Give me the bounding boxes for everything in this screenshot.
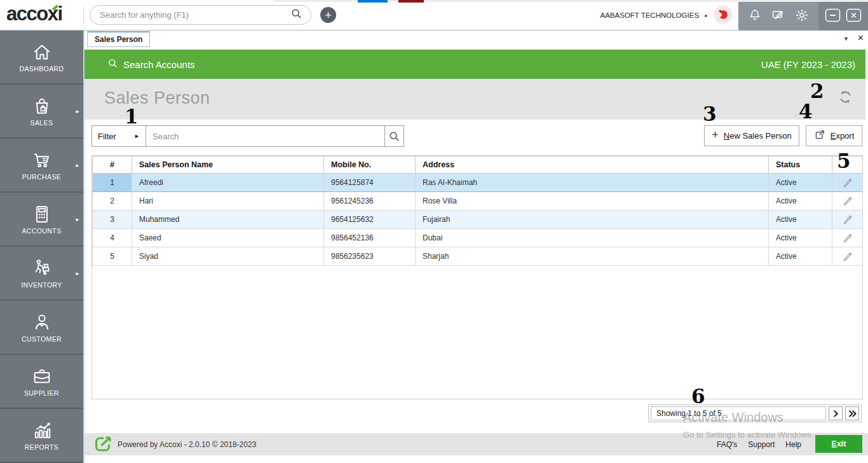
last-page-button[interactable] [845,406,859,420]
sidebar-item-label: DASHBOARD [19,65,64,73]
plus-icon: + [712,128,719,142]
toolbar: Filter ► + New Sales Person Export [85,120,868,155]
company-name: AABASOFT TECHNOLOGIES [600,11,700,19]
sidebar-item-label: ACCOUNTS [22,227,61,235]
window-minimize-button[interactable] [825,8,841,22]
column-header: Address [416,156,769,174]
accoxi-footer-logo-icon [95,436,112,455]
chevron-right-icon: ► [134,133,140,139]
sidebar-item-inventory[interactable]: INVENTORY ► [0,247,83,301]
table-row[interactable]: 1 Afreedi 9564125874 Ras Al-Khaimah Acti… [93,174,863,192]
sidebar-item-reports[interactable]: REPORTS [0,409,83,463]
footer-links: FAQ'sSupportHelp [717,440,801,449]
footer-link-support[interactable]: Support [748,440,775,449]
list-search-button[interactable] [385,125,404,147]
cell-status: Active [769,229,832,247]
exit-button[interactable]: Exit [815,435,862,453]
table-header-row: #Sales Person NameMobile No.AddressStatu… [93,156,863,174]
footer-bar: Powered by Accoxi - 2.0.10 © 2018-2023 F… [85,433,868,455]
reports-chart-icon [31,420,53,441]
export-label: Export [831,131,855,141]
divider [83,6,84,25]
window-controls [818,0,868,31]
app-window: accoxi + AABASOFT TECHNOLOGIES ► DASHBOA… [0,0,868,463]
sales-bag-icon [31,95,53,117]
top-edge-red-mark [398,0,424,3]
footer-link-help[interactable]: Help [785,440,801,449]
sidebar-item-label: INVENTORY [21,281,62,289]
tab-strip: Sales Person ▼ ✕ [85,31,868,49]
sidebar-item-customer[interactable]: CUSTOMER [0,301,83,355]
cell-address: Ras Al-Khaimah [416,174,769,192]
cell-sales-person-name: Siyad [132,247,324,266]
quick-add-button[interactable]: + [320,7,336,23]
sidebar-item-purchase[interactable]: PURCHASE ► [0,139,83,193]
filter-dropdown[interactable]: Filter ► [92,125,146,147]
next-page-button[interactable] [829,406,843,420]
window-close-button[interactable] [846,8,862,22]
search-accounts-label: Search Accounts [123,59,195,70]
cell-address: Dubai [416,229,769,247]
column-header: Mobile No. [324,156,416,174]
accoxi-logo: accoxi [6,3,62,25]
inventory-trolley-icon [31,258,53,279]
cell-status: Active [769,192,832,211]
table-row[interactable]: 3 Muhammed 9654125632 Fujairah Active [93,211,863,229]
cell-address: Rose Villa [416,192,769,211]
cell-sales-person-name: Muhammed [132,211,324,229]
column-header: Sales Person Name [132,156,324,174]
export-button[interactable]: Export [806,125,862,146]
search-accounts-bar[interactable]: Search Accounts UAE (FY 2023 - 2023) [85,50,865,79]
sales-person-grid: #Sales Person NameMobile No.AddressStatu… [92,155,863,399]
tab-sales-person[interactable]: Sales Person [87,31,150,47]
global-search-input[interactable] [98,10,290,20]
cell-address: Sharjah [416,247,769,266]
edit-pencil-icon[interactable] [843,177,853,188]
search-icon [107,58,118,71]
company-selector[interactable]: AABASOFT TECHNOLOGIES ► [600,0,733,31]
new-sales-person-button[interactable]: + New Sales Person [704,125,799,146]
pagination-summary: Showing 1 to 5 of 5 [651,406,826,420]
edit-pencil-icon[interactable] [843,196,853,206]
sidebar-item-accounts[interactable]: ACCOUNTS ► [0,193,83,247]
tab-list-caret-icon[interactable]: ▼ [843,36,849,42]
cell-mobile-no: 9654125632 [324,211,416,229]
cell-address: Fujairah [416,211,769,229]
tab-close-icon[interactable]: ✕ [857,33,864,43]
edit-pencil-icon[interactable] [843,251,853,261]
chevron-right-icon: ► [75,162,80,168]
edit-pencil-icon[interactable] [843,214,853,225]
sidebar-item-supplier[interactable]: SUPPLIER [0,355,83,409]
sidebar-item-dashboard[interactable]: DASHBOARD [0,31,83,85]
powered-by-label: Powered by Accoxi - 2.0.10 © 2018-2023 [118,440,256,449]
company-avatar[interactable] [714,5,733,25]
table-row[interactable]: 2 Hari 9561245236 Rose Villa Active [93,192,863,211]
list-search-input[interactable] [146,125,385,147]
cell-status: Active [769,174,832,192]
cell-serial: 4 [93,229,132,247]
chevron-right-icon: ► [704,13,709,18]
notification-bell-icon[interactable] [747,8,763,23]
pagination-bar: Showing 1 to 5 of 5 [648,404,862,422]
column-header [832,156,863,174]
feedback-message-icon[interactable] [771,8,786,23]
title-band: Sales Person [85,79,865,120]
topbar-icon-group [738,0,818,31]
cell-serial: 3 [93,211,132,229]
cell-mobile-no: 9561245236 [324,192,416,211]
cell-mobile-no: 9856452136 [324,229,416,247]
footer-link-faqs[interactable]: FAQ's [717,440,737,449]
filter-label: Filter [98,132,116,141]
search-icon[interactable] [290,8,302,22]
top-edge-blue-mark [358,0,388,3]
table-row[interactable]: 4 Saeed 9856452136 Dubai Active [93,229,863,247]
settings-gear-icon[interactable] [794,8,810,23]
sidebar: DASHBOARD SALES ► PURCHASE ► ACCOUNTS ► … [0,31,83,463]
refresh-button[interactable] [837,88,855,106]
export-icon [814,129,825,142]
edit-pencil-icon[interactable] [843,233,853,243]
sidebar-item-sales[interactable]: SALES ► [0,85,83,139]
sidebar-item-label: REPORTS [25,443,58,451]
cell-sales-person-name: Hari [132,192,324,211]
table-row[interactable]: 5 Siyad 9856235623 Sharjah Active [93,247,863,266]
